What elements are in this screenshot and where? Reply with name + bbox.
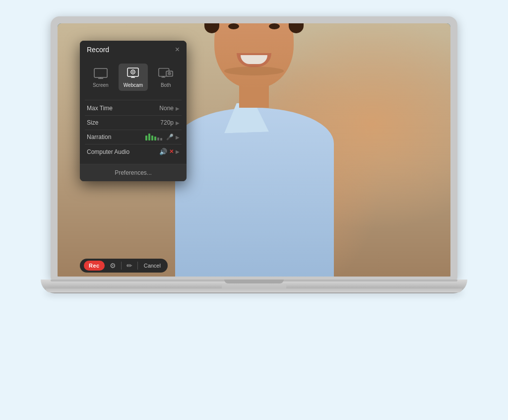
dialog-title: Record xyxy=(87,46,109,54)
bar-5 xyxy=(157,138,159,140)
laptop-hinge-notch xyxy=(224,280,284,283)
record-type-both[interactable]: Both xyxy=(152,64,180,91)
muted-x-icon: ✕ xyxy=(169,148,174,155)
narration-level xyxy=(145,134,162,140)
laptop-foot xyxy=(46,288,462,292)
shirt-shape xyxy=(175,108,334,277)
narration-label: Narration xyxy=(87,134,111,140)
cancel-button[interactable]: Cancel xyxy=(141,262,164,270)
dialog-titlebar: Record × xyxy=(80,41,187,58)
bar-3 xyxy=(151,136,153,140)
bar-6 xyxy=(160,138,162,140)
computer-audio-right: 🔊 ✕ ▶ xyxy=(159,148,180,155)
screen-content: Record × xyxy=(58,23,450,277)
screen-label: Screen xyxy=(93,82,109,88)
narration-chevron: ▶ xyxy=(176,135,180,140)
svg-point-11 xyxy=(169,73,170,74)
teeth xyxy=(241,55,267,64)
mic-icon: 🎤 xyxy=(166,134,174,140)
toolbar-divider-2 xyxy=(137,262,138,270)
max-time-right: None ▶ xyxy=(159,105,180,112)
svg-point-5 xyxy=(132,71,134,73)
laptop-wrapper: Record × xyxy=(41,16,467,404)
size-label: Size xyxy=(87,119,98,126)
svg-rect-0 xyxy=(94,69,107,77)
both-icon xyxy=(158,67,174,80)
laptop-screen-outer: Record × xyxy=(51,16,457,280)
record-dialog: Record × xyxy=(80,41,187,181)
max-time-row[interactable]: Max Time None ▶ xyxy=(85,101,182,116)
webcam-label: Webcam xyxy=(124,82,143,88)
divider-1 xyxy=(85,100,182,100)
left-eye xyxy=(228,23,239,29)
computer-audio-label: Computer Audio xyxy=(87,148,129,155)
bar-1 xyxy=(145,136,147,140)
size-chevron: ▶ xyxy=(176,120,180,126)
rec-button[interactable]: Rec xyxy=(84,261,105,271)
size-row[interactable]: Size 720p ▶ xyxy=(85,116,182,130)
preferences-button[interactable]: Preferences... xyxy=(80,164,187,181)
stubble xyxy=(224,67,284,75)
laptop-screen-bezel: Record × xyxy=(58,23,450,277)
webcam-icon xyxy=(125,67,141,80)
both-label: Both xyxy=(161,82,171,88)
edit-pencil-icon[interactable]: ✏ xyxy=(125,261,134,271)
bottom-toolbar: Rec ⚙ ✏ Cancel xyxy=(80,259,168,273)
record-type-screen[interactable]: Screen xyxy=(87,64,114,91)
bar-2 xyxy=(148,134,150,140)
narration-right: 🎤 ▶ xyxy=(145,134,180,140)
record-type-webcam[interactable]: Webcam xyxy=(119,64,148,91)
toolbar-divider xyxy=(121,262,122,270)
right-eye xyxy=(269,23,280,29)
mouth xyxy=(237,53,271,67)
dialog-body: Screen xyxy=(80,58,187,162)
max-time-label: Max Time xyxy=(87,105,113,112)
speaker-icon: 🔊 xyxy=(159,148,167,155)
size-right: 720p ▶ xyxy=(160,119,180,126)
settings-gear-icon[interactable]: ⚙ xyxy=(108,261,118,271)
laptop-base xyxy=(41,280,467,293)
close-button[interactable]: × xyxy=(175,46,180,54)
computer-audio-chevron: ▶ xyxy=(176,149,180,154)
narration-row[interactable]: Narration 🎤 xyxy=(85,130,182,144)
size-value: 720p xyxy=(160,119,174,126)
record-type-selector: Screen xyxy=(85,62,182,95)
bar-4 xyxy=(154,137,156,140)
max-time-value: None xyxy=(159,105,174,112)
computer-audio-row[interactable]: Computer Audio 🔊 ✕ ▶ xyxy=(85,144,182,159)
screen-icon xyxy=(93,67,109,80)
face-shape xyxy=(214,23,294,88)
max-time-chevron: ▶ xyxy=(176,106,180,111)
